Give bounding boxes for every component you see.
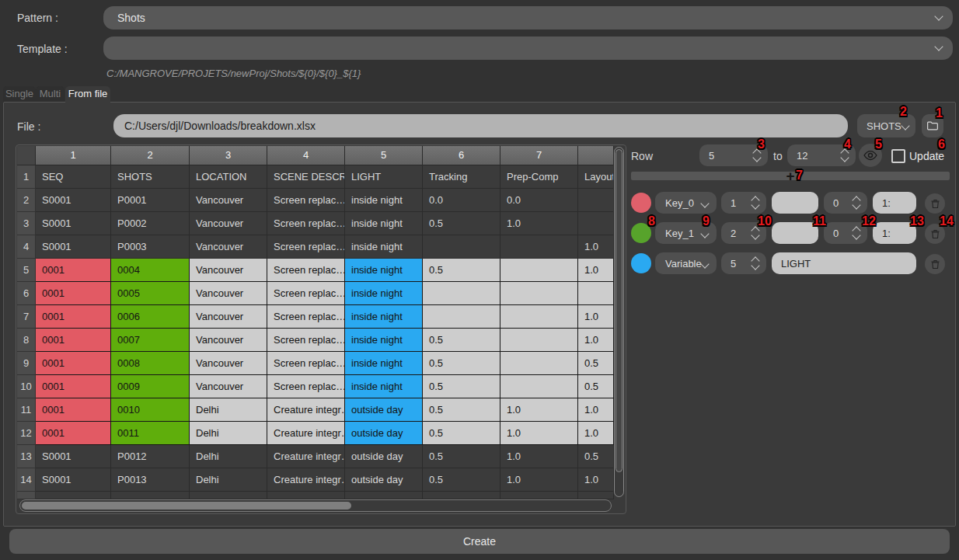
row-header[interactable]: 7 [17, 305, 36, 329]
create-button[interactable]: Create [9, 529, 950, 554]
table-cell[interactable]: 0006 [111, 305, 190, 329]
table-cell[interactable]: Screen replac… [267, 352, 345, 375]
table-cell[interactable]: 1.0 [500, 422, 578, 445]
table-cell[interactable] [578, 189, 614, 212]
table-cell[interactable]: 0001 [36, 352, 111, 375]
key1-padding-spinbox[interactable]: 0 [824, 222, 867, 244]
table-cell[interactable] [500, 259, 578, 282]
table-cell[interactable]: P0012 [111, 445, 190, 468]
key0-column-spinbox[interactable]: 1 [721, 192, 766, 214]
row-header[interactable]: 2 [17, 189, 36, 212]
table-cell[interactable]: SCENE DESCR… [267, 165, 345, 189]
table-cell[interactable]: S0001 [36, 212, 111, 235]
key0-delete-button[interactable] [925, 193, 945, 214]
table-cell[interactable] [423, 235, 500, 259]
table-cell[interactable]: Prep-Comp [500, 165, 578, 189]
table-cell[interactable]: 0.5 [578, 352, 614, 375]
key0-type-dropdown[interactable]: Key_0 [655, 192, 717, 214]
row-header[interactable]: 8 [17, 329, 36, 352]
table-cell[interactable]: LIGHT [345, 165, 423, 189]
table-cell[interactable]: inside night [345, 352, 423, 375]
column-header[interactable]: 7 [500, 146, 578, 165]
table-cell[interactable]: 0004 [111, 259, 190, 282]
table-cell[interactable]: S0001 [36, 468, 111, 492]
table-cell[interactable]: inside night [345, 189, 423, 212]
table-cell[interactable]: Creature integr… [267, 422, 345, 445]
table-cell[interactable]: outside day [345, 398, 423, 422]
table-cell[interactable]: Vancouver [190, 259, 267, 282]
table-cell[interactable]: 0007 [111, 329, 190, 352]
variable-type-dropdown[interactable]: Variable [655, 252, 717, 274]
table-cell[interactable]: Vancouver [190, 375, 267, 398]
table-cell[interactable]: Creature integr… [267, 468, 345, 492]
key0-text-field[interactable] [772, 192, 818, 214]
table-cell[interactable]: Screen replac… [267, 212, 345, 235]
table-cell[interactable] [36, 492, 111, 499]
table-cell[interactable]: Delhi [190, 468, 267, 492]
table-cell[interactable] [500, 305, 578, 329]
table-cell[interactable]: 0.5 [578, 445, 614, 468]
pattern-dropdown[interactable]: Shots [103, 6, 953, 30]
row-header[interactable]: 9 [17, 352, 36, 375]
table-cell[interactable]: 1.0 [578, 468, 614, 492]
table-cell[interactable]: S0001 [36, 189, 111, 212]
table-cell[interactable]: 0008 [111, 352, 190, 375]
table-cell[interactable]: Screen replac… [267, 259, 345, 282]
table-cell[interactable]: 0011 [111, 422, 190, 445]
table-cell[interactable]: 1.0 [500, 445, 578, 468]
table-cell[interactable]: outside day [345, 422, 423, 445]
table-cell[interactable]: Screen replac… [267, 282, 345, 305]
table-cell[interactable]: 0.5 [578, 375, 614, 398]
row-header[interactable]: 1 [17, 165, 36, 189]
table-cell[interactable]: 0.5 [423, 375, 500, 398]
column-header[interactable]: 1 [36, 146, 111, 165]
column-header[interactable]: 2 [111, 146, 190, 165]
table-cell[interactable]: 0001 [36, 305, 111, 329]
table-cell[interactable]: Vancouver [190, 212, 267, 235]
row-header[interactable]: 6 [17, 282, 36, 305]
table-cell[interactable] [500, 329, 578, 352]
table-cell[interactable]: S0001 [36, 445, 111, 468]
table-cell[interactable]: inside night [345, 305, 423, 329]
table-cell[interactable]: 0.5 [423, 445, 500, 468]
table-cell[interactable]: 0001 [36, 398, 111, 422]
table-cell[interactable]: Vancouver [190, 235, 267, 259]
table-cell[interactable]: 1.0 [500, 398, 578, 422]
table-cell[interactable]: Screen replac… [267, 305, 345, 329]
column-header[interactable]: 5 [345, 146, 423, 165]
table-cell[interactable]: Screen replac… [267, 329, 345, 352]
row-header[interactable]: 13 [17, 445, 36, 468]
key0-prefix-field[interactable]: 1: [873, 192, 916, 214]
file-path-input[interactable]: C:/Users/djl/Downloads/breakdown.xlsx [113, 114, 848, 137]
row-header[interactable]: 10 [17, 375, 36, 398]
table-cell[interactable]: 1.0 [578, 329, 614, 352]
column-header[interactable]: 6 [423, 146, 500, 165]
table-cell[interactable]: inside night [345, 212, 423, 235]
column-header[interactable]: 3 [190, 146, 267, 165]
table-cell[interactable]: S0001 [36, 235, 111, 259]
table-cell[interactable] [500, 352, 578, 375]
table-cell[interactable]: inside night [345, 282, 423, 305]
table-cell[interactable]: 0.5 [423, 212, 500, 235]
key-color-swatch[interactable] [631, 253, 651, 273]
vertical-scrollbar-handle[interactable] [616, 149, 622, 472]
table-cell[interactable]: Screen replac… [267, 189, 345, 212]
key1-text-field[interactable] [772, 222, 818, 244]
table-cell[interactable]: Creature integr… [267, 398, 345, 422]
table-cell[interactable]: 0010 [111, 398, 190, 422]
table-cell[interactable]: 0.5 [423, 352, 500, 375]
key-color-swatch[interactable] [631, 193, 651, 213]
table-cell[interactable]: P0003 [111, 235, 190, 259]
variable-delete-button[interactable] [925, 254, 945, 274]
table-cell[interactable]: 0001 [36, 282, 111, 305]
table-cell[interactable]: inside night [345, 375, 423, 398]
column-header[interactable] [578, 146, 614, 165]
table-cell[interactable]: 1.0 [578, 235, 614, 259]
table-cell[interactable]: P0002 [111, 212, 190, 235]
table-cell[interactable]: 1.0 [578, 422, 614, 445]
table-cell[interactable]: 0009 [111, 375, 190, 398]
template-dropdown[interactable] [103, 37, 953, 60]
row-header[interactable]: 11 [17, 398, 36, 422]
table-cell[interactable] [500, 282, 578, 305]
table-cell[interactable] [345, 492, 423, 499]
